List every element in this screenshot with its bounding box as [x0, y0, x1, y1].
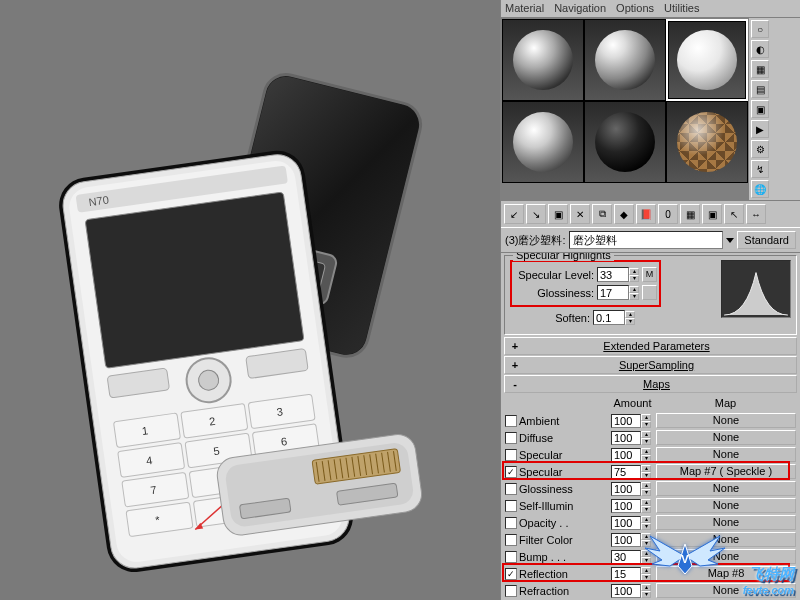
- put-to-scene-icon[interactable]: ↘: [526, 204, 546, 224]
- viewport-3d[interactable]: N70 1 2 3 4 5 6 7 8 9 * 0 #: [0, 0, 500, 600]
- video-check-icon[interactable]: ▣: [751, 100, 769, 118]
- map-checkbox[interactable]: [505, 449, 517, 461]
- expand-icon: +: [509, 340, 521, 352]
- material-slot-1[interactable]: [502, 19, 584, 101]
- map-checkbox[interactable]: [505, 551, 517, 563]
- map-checkbox[interactable]: [505, 500, 517, 512]
- group-title: Specular Highlights: [513, 253, 614, 261]
- map-slot-button[interactable]: None: [656, 532, 796, 547]
- material-editor-panel: Material Navigation Options Utilities ○ …: [500, 0, 800, 600]
- make-copy-icon[interactable]: ⧉: [592, 204, 612, 224]
- map-slot-button[interactable]: None: [656, 515, 796, 530]
- menu-material[interactable]: Material: [505, 2, 544, 15]
- mat-map-nav-icon[interactable]: 🌐: [751, 180, 769, 198]
- map-row: Specular▴▾None: [505, 446, 796, 463]
- go-parent-icon[interactable]: ↖: [724, 204, 744, 224]
- rollout-maps[interactable]: - Maps: [504, 375, 797, 393]
- glossiness-map-button[interactable]: [642, 285, 657, 300]
- rollouts-area: Specular Highlights Specular Level: ▴▾ M…: [501, 253, 800, 600]
- glossiness-spinner[interactable]: ▴▾: [597, 285, 639, 300]
- map-slot-button[interactable]: None: [656, 413, 796, 428]
- get-material-icon[interactable]: ↙: [504, 204, 524, 224]
- put-to-library-icon[interactable]: 📕: [636, 204, 656, 224]
- map-row: Diffuse▴▾None: [505, 429, 796, 446]
- map-slot-button[interactable]: Map #8: [656, 566, 796, 581]
- background-icon[interactable]: ▦: [751, 60, 769, 78]
- material-slot-5[interactable]: [584, 101, 666, 183]
- map-amount-input[interactable]: [611, 533, 641, 547]
- show-map-icon[interactable]: ▦: [680, 204, 700, 224]
- map-row: Bump . . .▴▾None: [505, 548, 796, 565]
- map-label: Diffuse: [519, 432, 609, 444]
- material-slot-6[interactable]: [666, 101, 748, 183]
- reset-map-icon[interactable]: ✕: [570, 204, 590, 224]
- slot-index-label: (3)磨沙塑料:: [505, 233, 566, 248]
- sample-uv-icon[interactable]: ▤: [751, 80, 769, 98]
- mat-id-icon[interactable]: 0: [658, 204, 678, 224]
- specular-level-label: Specular Level:: [514, 269, 594, 281]
- map-slot-button[interactable]: None: [656, 549, 796, 564]
- map-amount-input[interactable]: [611, 482, 641, 496]
- map-label: Bump . . .: [519, 551, 609, 563]
- map-checkbox[interactable]: [505, 483, 517, 495]
- map-checkbox[interactable]: ✓: [505, 568, 517, 580]
- map-amount-input[interactable]: [611, 550, 641, 564]
- glossiness-label: Glossiness:: [514, 287, 594, 299]
- map-amount-input[interactable]: [611, 584, 641, 598]
- map-label: Self-Illumin: [519, 500, 609, 512]
- map-slot-button[interactable]: None: [656, 481, 796, 496]
- map-amount-input[interactable]: [611, 567, 641, 581]
- map-label: Filter Color: [519, 534, 609, 546]
- soften-spinner[interactable]: ▴▾: [593, 310, 635, 325]
- menu-bar: Material Navigation Options Utilities: [501, 0, 800, 18]
- material-slot-2[interactable]: [584, 19, 666, 101]
- menu-options[interactable]: Options: [616, 2, 654, 15]
- options-icon[interactable]: ⚙: [751, 140, 769, 158]
- map-slot-button[interactable]: None: [656, 583, 796, 598]
- assign-to-sel-icon[interactable]: ▣: [548, 204, 568, 224]
- map-row: Glossiness▴▾None: [505, 480, 796, 497]
- map-amount-input[interactable]: [611, 448, 641, 462]
- rollout-supersampling[interactable]: + SuperSampling: [504, 356, 797, 374]
- map-checkbox[interactable]: [505, 517, 517, 529]
- rollout-extended[interactable]: + Extended Parameters: [504, 337, 797, 355]
- specular-level-map-button[interactable]: M: [642, 267, 657, 282]
- make-preview-icon[interactable]: ▶: [751, 120, 769, 138]
- map-row: Filter Color▴▾None: [505, 531, 796, 548]
- menu-navigation[interactable]: Navigation: [554, 2, 606, 15]
- collapse-icon: -: [509, 378, 521, 390]
- select-by-mat-icon[interactable]: ↯: [751, 160, 769, 178]
- map-checkbox[interactable]: [505, 585, 517, 597]
- material-name-input[interactable]: [569, 231, 724, 249]
- menu-utilities[interactable]: Utilities: [664, 2, 699, 15]
- map-checkbox[interactable]: [505, 432, 517, 444]
- map-amount-input[interactable]: [611, 516, 641, 530]
- map-checkbox[interactable]: [505, 534, 517, 546]
- map-label: Specular: [519, 449, 609, 461]
- sample-type-icon[interactable]: ○: [751, 20, 769, 38]
- map-amount-input[interactable]: [611, 465, 641, 479]
- show-end-result-icon[interactable]: ▣: [702, 204, 722, 224]
- svg-rect-8: [85, 192, 304, 368]
- material-type-button[interactable]: Standard: [737, 231, 796, 249]
- map-label: Ambient: [519, 415, 609, 427]
- material-slot-4[interactable]: [502, 101, 584, 183]
- map-slot-button[interactable]: None: [656, 447, 796, 462]
- map-slot-button[interactable]: None: [656, 498, 796, 513]
- make-unique-icon[interactable]: ◆: [614, 204, 634, 224]
- specular-level-spinner[interactable]: ▴▾: [597, 267, 639, 282]
- map-amount-input[interactable]: [611, 414, 641, 428]
- slot-tools: ○ ◐ ▦ ▤ ▣ ▶ ⚙ ↯ 🌐: [749, 18, 771, 200]
- material-slot-3[interactable]: [666, 19, 748, 101]
- map-amount-input[interactable]: [611, 431, 641, 445]
- map-slot-button[interactable]: Map #7 ( Speckle ): [656, 464, 796, 479]
- map-checkbox[interactable]: [505, 415, 517, 427]
- map-amount-input[interactable]: [611, 499, 641, 513]
- go-sibling-icon[interactable]: ↔: [746, 204, 766, 224]
- backlight-icon[interactable]: ◐: [751, 40, 769, 58]
- map-slot-button[interactable]: None: [656, 430, 796, 445]
- dropdown-icon[interactable]: [726, 238, 734, 243]
- map-checkbox[interactable]: ✓: [505, 466, 517, 478]
- specular-highlights-group: Specular Highlights Specular Level: ▴▾ M…: [504, 255, 797, 335]
- map-label: Refraction: [519, 585, 609, 597]
